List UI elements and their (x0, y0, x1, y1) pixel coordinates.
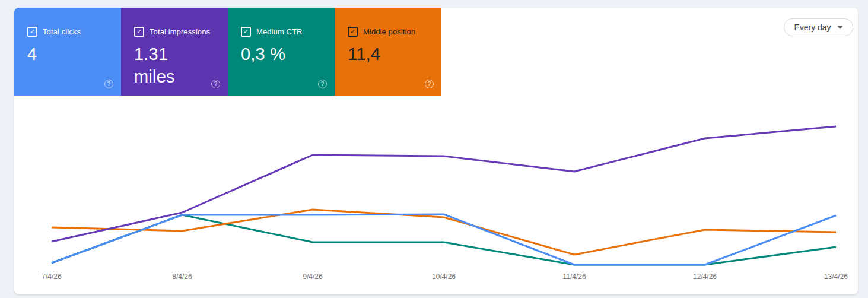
x-axis-label: 7/4/26 (42, 272, 61, 281)
checkbox-checked-icon[interactable]: ✓ (348, 27, 358, 37)
chevron-down-icon (837, 26, 843, 29)
page-background: ✓ Total clicks 4 ? ✓ Total impressions 1… (0, 0, 868, 298)
checkbox-checked-icon[interactable]: ✓ (134, 27, 144, 37)
card-header: ✓ Middle position (348, 27, 433, 37)
card-middle-position[interactable]: ✓ Middle position 11,4 ? (335, 8, 441, 96)
card-value: 1.31 miles (134, 43, 201, 88)
help-icon[interactable]: ? (211, 80, 220, 88)
card-label: Middle position (363, 27, 415, 36)
help-icon[interactable]: ? (104, 80, 113, 88)
checkbox-checked-icon[interactable]: ✓ (241, 27, 251, 37)
date-granularity-dropdown[interactable]: Every day (784, 18, 853, 36)
card-value: 11,4 (348, 43, 414, 65)
card-label: Total impressions (150, 27, 210, 36)
x-axis-label: 8/4/26 (172, 272, 192, 281)
x-axis-label: 9/4/26 (303, 272, 322, 281)
card-total-clicks[interactable]: ✓ Total clicks 4 ? (14, 8, 121, 96)
card-header: ✓ Medium CTR (241, 27, 326, 37)
card-label: Total clicks (43, 27, 81, 36)
x-axis-label: 13/4/26 (824, 272, 848, 281)
card-value: 0,3 % (241, 43, 307, 65)
help-icon[interactable]: ? (318, 80, 327, 88)
dropdown-selected-value: Every day (794, 23, 831, 32)
card-value: 4 (27, 43, 94, 65)
metric-cards-row: ✓ Total clicks 4 ? ✓ Total impressions 1… (14, 8, 441, 96)
help-icon[interactable]: ? (425, 80, 434, 88)
card-total-impressions[interactable]: ✓ Total impressions 1.31 miles ? (121, 8, 228, 96)
card-header: ✓ Total clicks (27, 27, 113, 37)
card-header: ✓ Total impressions (134, 27, 220, 37)
card-label: Medium CTR (256, 27, 303, 36)
x-axis-label: 11/4/26 (562, 272, 586, 281)
checkbox-checked-icon[interactable]: ✓ (27, 27, 37, 37)
x-axis-label: 12/4/26 (693, 272, 717, 281)
card-medium-ctr[interactable]: ✓ Medium CTR 0,3 % ? (228, 8, 335, 96)
x-axis-label: 10/4/26 (432, 272, 456, 281)
